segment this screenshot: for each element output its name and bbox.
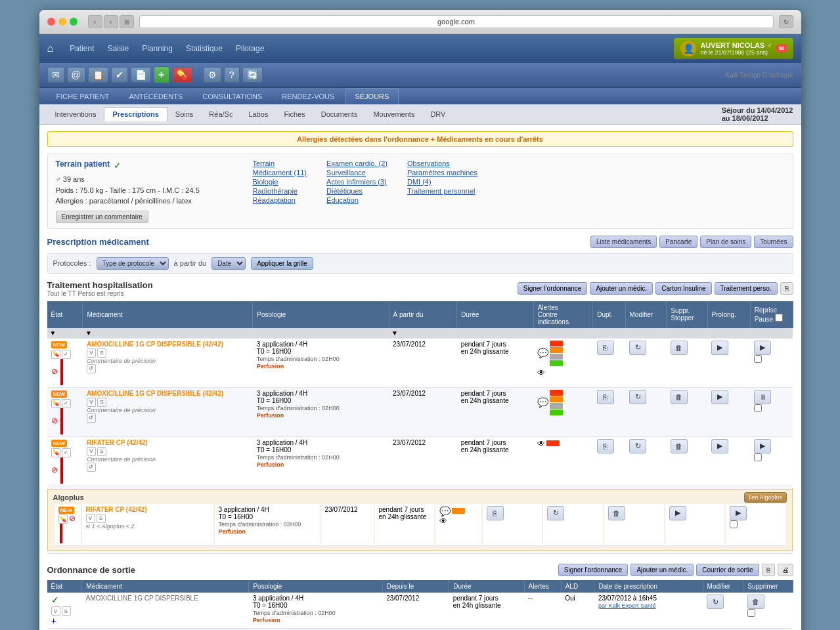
copy-sortie-btn[interactable]: ⎘ (762, 564, 775, 576)
tab-consultations[interactable]: CONSULTATIONS (193, 89, 271, 104)
terrain-link-dietetiques[interactable]: Diététiques (326, 187, 387, 195)
toolbar-gear-btn[interactable]: ⚙ (204, 67, 221, 83)
sortie-drug-name-1[interactable]: AMOXICILLINE 1G CP DISPERSIBLE (86, 595, 198, 602)
drug-icon-v2[interactable]: V (87, 398, 96, 407)
algoplus-comment-icon[interactable]: 💬 (439, 506, 451, 516)
algoplus-icon-s[interactable]: S (97, 514, 106, 523)
home-icon[interactable]: ⌂ (47, 43, 54, 54)
nav-pilotage[interactable]: Pilotage (236, 44, 264, 53)
subtab-soins[interactable]: Soins (167, 108, 202, 121)
pancarte-button[interactable]: Pancarte (659, 236, 697, 248)
mod-btn-3[interactable]: ↻ (629, 439, 646, 453)
algoplus-drug-name-text[interactable]: RIFATER CP (42/42) (86, 506, 147, 513)
drug-checkbox-1[interactable] (754, 355, 762, 363)
stop-icon-3[interactable]: ⊘ (51, 465, 58, 474)
refresh-button[interactable]: ↻ (779, 15, 793, 28)
del-btn-1[interactable]: 🗑 (671, 341, 688, 355)
subtab-documents[interactable]: Documents (313, 108, 366, 121)
terrain-link-readaptation[interactable]: Réadaptation (253, 196, 307, 204)
prolong-btn-3[interactable]: ▶ (711, 439, 728, 453)
algoplus-stop-icon[interactable]: ⊘ (69, 514, 76, 523)
algoplus-reprise-btn[interactable]: ▶ (730, 506, 747, 520)
terrain-link-medicament[interactable]: Médicament (11) (253, 169, 307, 177)
maximize-button[interactable] (70, 18, 77, 26)
view-button[interactable]: ⊞ (120, 15, 134, 28)
protocol-select[interactable]: Type de protocole (97, 257, 169, 270)
subtab-reasc[interactable]: Réa/Sc (201, 108, 240, 121)
reprise-btn-1[interactable]: ▶ (754, 341, 771, 355)
enregistrer-commentaire-button[interactable]: Enregistrer un commentaire (56, 211, 148, 223)
drug-icon-s2[interactable]: S (97, 398, 106, 407)
subtab-drv[interactable]: DRV (422, 108, 453, 121)
comment-icon-2[interactable]: 💬 (537, 397, 548, 408)
envelope-badge[interactable]: ✉ (776, 45, 787, 52)
reprise-btn-3[interactable]: ▶ (754, 439, 771, 453)
copy-hosp-button[interactable]: ⎘ (780, 282, 793, 295)
close-button[interactable] (47, 18, 55, 26)
terrain-link-parametres[interactable]: Paramètres machines (407, 169, 477, 177)
algoplus-btn[interactable]: lien Algoplus (744, 492, 787, 503)
plan-soins-button[interactable]: Plan de soins (700, 236, 751, 248)
prolong-btn-2[interactable]: ▶ (711, 390, 728, 404)
drug-icon-r2[interactable]: ↺ (87, 413, 96, 423)
sortie-checkbox-1[interactable] (747, 609, 755, 617)
sortie-presc-by-1[interactable]: par Kalk Expert Santé (598, 602, 656, 609)
sortie-drug-icon-s1[interactable]: S (62, 606, 71, 616)
signer-ordonnance-hosp-button[interactable]: Signer l'ordonnance (518, 282, 588, 295)
nav-statistique[interactable]: Statistique (186, 44, 223, 53)
toolbar-clipboard-btn[interactable]: 📋 (88, 67, 108, 83)
terrain-link-radiotherapie[interactable]: Radiothérapie (253, 187, 307, 195)
del-btn-2[interactable]: 🗑 (671, 390, 688, 404)
drug-name-text-1[interactable]: AMOXICILLINE 1G CP DISPERSIBLE (42/42) (87, 341, 223, 348)
eye-icon-3[interactable]: 👁 (537, 439, 545, 448)
subtab-labos[interactable]: Labos (240, 108, 276, 121)
drug-checkbox-2[interactable] (754, 404, 762, 412)
algoplus-prolong-btn[interactable]: ▶ (669, 506, 686, 520)
algoplus-dupl-btn[interactable]: ⎘ (487, 506, 504, 520)
signer-ordonnance-sortie-button[interactable]: Signer l'ordonnance (558, 564, 629, 576)
back-button[interactable]: ‹ (88, 15, 102, 28)
terrain-link-education[interactable]: Éducation (326, 196, 387, 204)
drug-icon-r3[interactable]: ↺ (87, 463, 96, 472)
drug-checkbox-3[interactable] (754, 453, 762, 461)
drug-icon-v3[interactable]: V (87, 447, 96, 456)
algoplus-eye-icon[interactable]: 👁 (439, 516, 447, 526)
carton-insuline-button[interactable]: Carton Insuline (655, 282, 711, 295)
drug-name-text-2[interactable]: AMOXICILLINE 1G CP DISPERSIBLE (42/42) (87, 390, 223, 397)
dupl-btn-3[interactable]: ⎘ (597, 439, 614, 453)
toolbar-refresh-btn[interactable]: 🔄 (242, 67, 263, 83)
algoplus-icon-v[interactable]: V (86, 514, 95, 523)
tab-sejours[interactable]: SÉJOURS (345, 88, 399, 104)
mod-btn-2[interactable]: ↻ (629, 390, 646, 404)
nav-patient[interactable]: Patient (70, 44, 94, 53)
terrain-link-surveillance[interactable]: Surveillance (326, 169, 387, 177)
toolbar-doc-btn[interactable]: 📄 (131, 67, 151, 83)
drug-icon-s1[interactable]: S (97, 348, 106, 358)
toolbar-check-btn[interactable]: ✔ (111, 67, 128, 83)
header-checkbox[interactable] (775, 314, 783, 322)
terrain-link-terrain[interactable]: Terrain (253, 159, 307, 167)
dupl-btn-1[interactable]: ⎘ (597, 341, 614, 355)
terrain-link-observations[interactable]: Observations (407, 159, 477, 167)
subtab-fiches[interactable]: Fiches (276, 108, 313, 121)
sortie-mod-btn-1[interactable]: ↻ (707, 595, 724, 609)
toolbar-help-btn[interactable]: ? (224, 67, 240, 83)
sortie-del-btn-1[interactable]: 🗑 (747, 595, 764, 609)
forward-button[interactable]: › (104, 15, 118, 28)
del-btn-3[interactable]: 🗑 (671, 439, 688, 453)
algoplus-mod-btn[interactable]: ↻ (547, 506, 564, 520)
toolbar-mail-btn[interactable]: ✉ (47, 67, 64, 83)
algoplus-del-btn[interactable]: 🗑 (608, 506, 625, 520)
mod-btn-1[interactable]: ↻ (629, 341, 646, 355)
drug-icon-v1[interactable]: V (87, 348, 96, 358)
dupl-btn-2[interactable]: ⎘ (597, 390, 614, 404)
subtab-interventions[interactable]: Interventions (47, 108, 104, 121)
terrain-link-dmi[interactable]: DMI (4) (407, 178, 477, 186)
toolbar-add-btn[interactable]: + (154, 66, 169, 83)
eye-icon-1[interactable]: 👁 (537, 368, 545, 377)
sortie-drug-icon-v1[interactable]: V (51, 606, 60, 616)
tournees-button[interactable]: Tournées (754, 236, 793, 248)
print-sortie-btn[interactable]: 🖨 (778, 564, 793, 576)
subtab-prescriptions[interactable]: Prescriptions (104, 107, 167, 121)
nav-planning[interactable]: Planning (142, 44, 173, 53)
